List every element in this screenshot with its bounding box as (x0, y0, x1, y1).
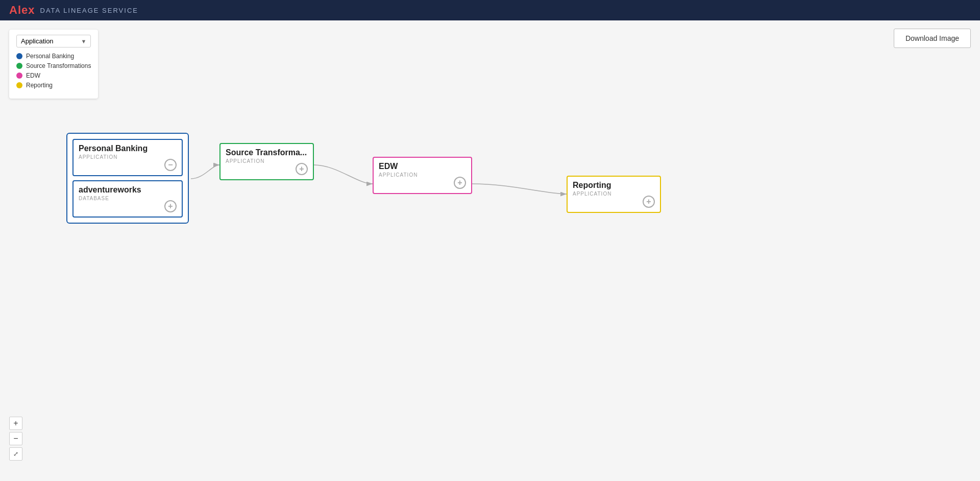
filter-select[interactable]: Application ▼ (16, 35, 91, 47)
adventureworks-title: adventureworks (79, 185, 177, 195)
personal-banking-title: Personal Banking (79, 144, 177, 153)
legend-item-source-transformations: Source Transformations (16, 62, 91, 69)
edw-expand-button[interactable]: + (454, 177, 466, 189)
personal-banking-collapse-button[interactable]: − (164, 159, 177, 171)
nav-title: DATA LINEAGE SERVICE (40, 7, 138, 14)
logo: Alex (9, 4, 35, 17)
node-personal-banking-group: Personal Banking APPLICATION − adventure… (66, 133, 189, 224)
logo-text: Ale (9, 4, 28, 16)
filter-label: Application (21, 37, 54, 45)
legend-item-edw: EDW (16, 72, 91, 79)
reporting-title: Reporting (573, 181, 655, 190)
legend-dot-personal-banking (16, 53, 22, 59)
zoom-controls: + − ⤢ (9, 417, 22, 461)
chevron-down-icon: ▼ (81, 38, 87, 44)
logo-accent: x (28, 4, 35, 16)
adventureworks-subtitle: DATABASE (79, 196, 177, 201)
edw-title: EDW (379, 162, 466, 171)
canvas-area: Application ▼ Personal Banking Source Tr… (0, 20, 980, 481)
node-edw[interactable]: EDW APPLICATION + (373, 157, 472, 194)
node-reporting[interactable]: Reporting APPLICATION + (567, 176, 661, 213)
legend-dot-reporting (16, 82, 22, 88)
filter-panel: Application ▼ Personal Banking Source Tr… (9, 30, 98, 99)
legend-dot-source-transformations (16, 63, 22, 69)
legend-label-personal-banking: Personal Banking (26, 53, 74, 60)
reporting-subtitle: APPLICATION (573, 191, 655, 197)
flow-arrows (0, 20, 980, 481)
source-transformations-expand-button[interactable]: + (296, 163, 308, 175)
download-image-button[interactable]: Download Image (894, 29, 971, 48)
zoom-out-button[interactable]: − (9, 432, 22, 445)
node-source-transformations[interactable]: Source Transforma... APPLICATION + (219, 143, 314, 180)
adventureworks-expand-button[interactable]: + (164, 200, 177, 212)
legend-label-source-transformations: Source Transformations (26, 62, 91, 69)
legend-label-reporting: Reporting (26, 82, 53, 89)
edw-subtitle: APPLICATION (379, 172, 466, 178)
source-transformations-subtitle: APPLICATION (226, 158, 308, 164)
legend-item-reporting: Reporting (16, 82, 91, 89)
legend-item-personal-banking: Personal Banking (16, 53, 91, 60)
legend-label-edw: EDW (26, 72, 40, 79)
zoom-in-button[interactable]: + (9, 417, 22, 430)
reporting-expand-button[interactable]: + (643, 196, 655, 208)
zoom-fit-button[interactable]: ⤢ (9, 447, 22, 461)
node-adventureworks[interactable]: adventureworks DATABASE + (72, 180, 183, 218)
legend-dot-edw (16, 73, 22, 79)
node-personal-banking[interactable]: Personal Banking APPLICATION − (72, 139, 183, 176)
source-transformations-title: Source Transforma... (226, 148, 308, 157)
navbar: Alex DATA LINEAGE SERVICE (0, 0, 980, 20)
personal-banking-subtitle: APPLICATION (79, 154, 177, 160)
